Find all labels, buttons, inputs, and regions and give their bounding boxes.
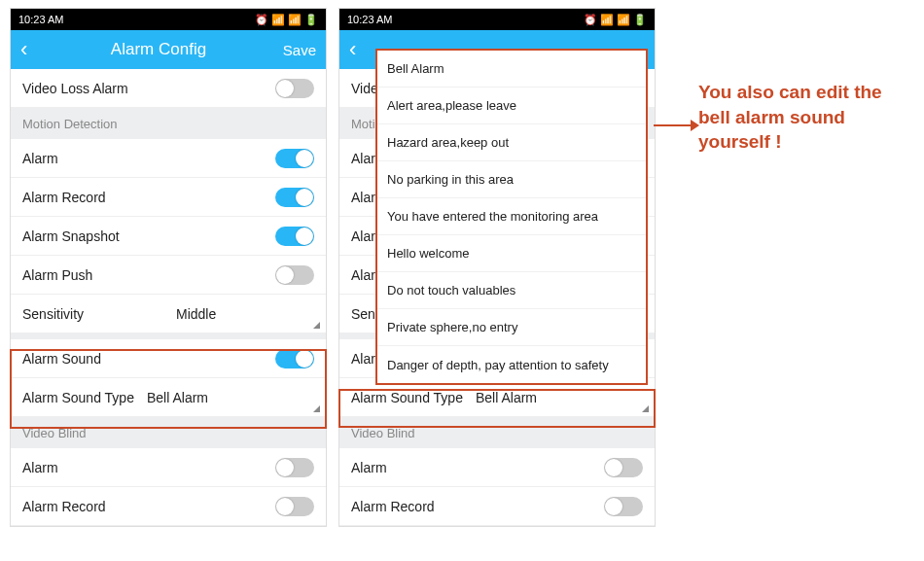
section-video-blind: Video Blind [11,417,326,448]
dropdown-icon [313,322,320,329]
sensitivity-label: Sensitivity [22,306,84,322]
row-label: Alarm Record [351,499,435,514]
row-label: Alarm [22,460,58,475]
row-alarm-snapshot[interactable]: Alarm Snapshot [11,217,326,256]
row-alarm-push[interactable]: Alarm Push [11,256,326,295]
sound-type-label: Alarm Sound Type [351,390,463,405]
dropdown-icon [313,405,320,412]
toggle-video-loss[interactable] [275,79,314,98]
nav-bar: ‹ Alarm Config Save [11,30,326,69]
status-icons: ⏰ 📶 📶 🔋 [584,14,647,26]
dropdown-option[interactable]: Hello welcome [377,235,646,272]
dropdown-option[interactable]: Bell Alarm [377,51,646,88]
row-label: Alarm Record [22,190,106,205]
toggle-alarm-sound[interactable] [275,349,314,368]
dropdown-option[interactable]: Alert area,please leave [377,88,646,124]
row-label: Alarm Push [22,267,92,283]
toggle-alarm[interactable] [275,149,314,168]
row-label: Video Loss Alarm [22,81,128,96]
toggle-blind-alarm-record[interactable] [604,497,643,516]
row-blind-alarm[interactable]: Alarm [339,448,655,487]
status-bar: 10:23 AM ⏰ 📶 📶 🔋 [339,9,655,30]
sound-type-dropdown[interactable]: Bell Alarm Alert area,please leave Hazar… [375,49,648,385]
arrow-icon [654,124,693,126]
back-button[interactable]: ‹ [20,37,40,62]
status-bar: 10:23 AM ⏰ 📶 📶 🔋 [11,9,326,30]
toggle-blind-alarm-record[interactable] [275,497,314,516]
row-label: Alarm [351,460,387,475]
row-alarm-sound[interactable]: Alarm Sound [11,339,326,378]
status-time: 10:23 AM [18,14,63,25]
row-blind-alarm-record[interactable]: Alarm Record [11,487,326,526]
row-alarm[interactable]: Alarm [11,139,326,178]
row-blind-alarm-record[interactable]: Alarm Record [339,487,655,526]
row-alarm-sound-type[interactable]: Alarm Sound Type Bell Alarm [11,378,326,417]
status-icons: ⏰ 📶 📶 🔋 [255,14,318,26]
sound-type-value: Bell Alarm [147,390,208,405]
toggle-alarm-snapshot[interactable] [275,227,314,246]
annotation-text: You also can edit the bell alarm sound y… [698,80,912,155]
dropdown-option[interactable]: No parking in this area [377,161,646,198]
back-button[interactable]: ‹ [349,37,369,62]
dropdown-option[interactable]: Private sphere,no entry [377,309,646,346]
dropdown-option[interactable]: Do not touch valuables [377,272,646,309]
phone-screen-1: 10:23 AM ⏰ 📶 📶 🔋 ‹ Alarm Config Save Vid… [10,8,327,527]
sensitivity-value: Middle [176,306,216,322]
toggle-alarm-record[interactable] [275,188,314,207]
row-sensitivity[interactable]: Sensitivity Middle [11,295,326,333]
row-video-loss[interactable]: Video Loss Alarm [11,69,326,108]
section-motion: Motion Detection [11,108,326,139]
page-title: Alarm Config [40,40,277,59]
save-button[interactable]: Save [277,42,316,58]
row-label: Alarm Record [22,499,106,514]
row-label: Alarm [22,151,58,166]
row-label: Alarm Snapshot [22,228,120,244]
row-label: Alarm Sound [22,351,101,367]
toggle-blind-alarm[interactable] [275,458,314,477]
dropdown-icon [642,405,649,412]
sound-type-value: Bell Alarm [476,390,537,405]
row-alarm-record[interactable]: Alarm Record [11,178,326,217]
sound-type-label: Alarm Sound Type [22,390,134,405]
section-video-blind: Video Blind [339,417,655,448]
dropdown-option[interactable]: Danger of depth, pay attention to safety [377,346,646,383]
status-time: 10:23 AM [347,14,392,25]
toggle-blind-alarm[interactable] [604,458,643,477]
toggle-alarm-push[interactable] [275,265,314,285]
dropdown-option[interactable]: Hazard area,keep out [377,124,646,161]
row-blind-alarm[interactable]: Alarm [11,448,326,487]
dropdown-option[interactable]: You have entered the monitoring area [377,198,646,235]
